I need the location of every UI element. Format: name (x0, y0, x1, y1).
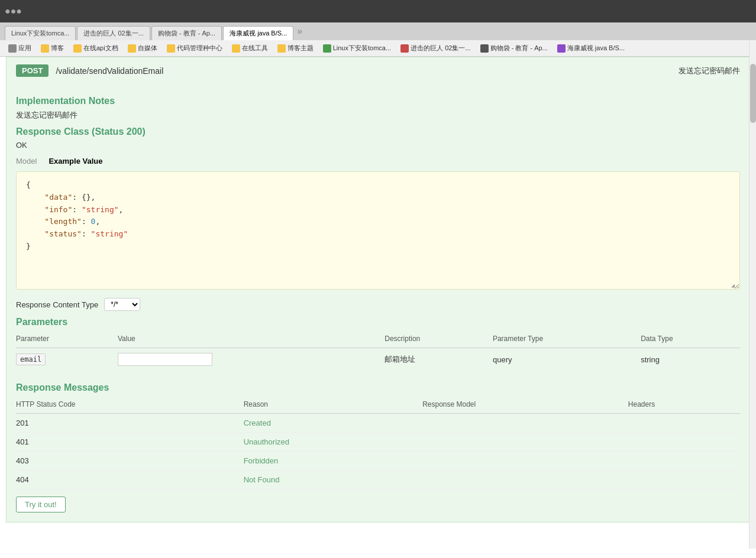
reason-401: Unauthorized (244, 433, 423, 452)
param-data-type-email: string (641, 348, 740, 371)
more-tabs-icon[interactable]: » (297, 26, 302, 37)
bm-linux[interactable]: Linux下安装tomca... (319, 43, 395, 54)
post-bar: POST /validate/sendValidationEmail 发送忘记密… (7, 57, 749, 84)
bm-attack-label: 进击的巨人 02集一... (411, 44, 470, 53)
bm-haikang[interactable]: 海康威视 java B/S... (554, 43, 628, 54)
model-404 (422, 471, 628, 489)
tab-haikang[interactable]: 海康威视 java B/S... (223, 26, 293, 40)
parameters-heading: Parameters (16, 317, 740, 327)
json-line6: } (26, 241, 730, 253)
response-content-type-row: Response Content Type */* (16, 298, 740, 311)
model-401 (422, 433, 628, 452)
parameters-table: Parameter Value Description Parameter Ty… (16, 332, 740, 371)
bm-theme-label: 博客主题 (287, 44, 314, 53)
col-parameter-type: Parameter Type (493, 332, 641, 348)
bm-media[interactable]: 自媒体 (124, 43, 161, 54)
bm-code-label: 代码管理种中心 (177, 44, 222, 53)
bm-api-docs-label: 在线api文档 (83, 44, 118, 53)
api-url: /validate/sendValidationEmail (56, 66, 163, 76)
try-it-out-button[interactable]: Try it out! (16, 497, 66, 512)
bm-apps[interactable]: 应用 (5, 43, 35, 54)
reason-404: Not Found (244, 471, 423, 489)
bm-tools-label: 在线工具 (242, 44, 268, 53)
status-201: 201 (16, 414, 244, 433)
scrollbar-thumb[interactable] (750, 64, 756, 123)
model-label: Model (16, 157, 37, 166)
model-201 (422, 414, 628, 433)
green-icon (323, 44, 331, 53)
implementation-notes-heading: Implementation Notes (16, 96, 740, 106)
browser-tabs: Linux下安装tomca... 进击的巨人 02集一... 购物袋 - 教育 … (0, 22, 756, 40)
tab-attack[interactable]: 进击的巨人 02集一... (77, 26, 150, 40)
scrollbar[interactable] (749, 40, 756, 549)
col-description: Description (385, 332, 493, 348)
tab-shopping[interactable]: 购物袋 - 教育 - Ap... (151, 26, 222, 40)
response-row-403: 403 Forbidden (16, 452, 740, 471)
bm-linux-label: Linux下安装tomca... (333, 44, 391, 53)
bm-api-docs[interactable]: 在线api文档 (70, 43, 122, 54)
resize-handle[interactable]: ◢ (731, 281, 738, 288)
response-content-type-label: Response Content Type (16, 300, 98, 309)
implementation-notes-desc: 发送忘记密码邮件 (16, 110, 740, 121)
param-name-email: email (16, 353, 46, 365)
folder-icon (41, 44, 49, 53)
col-http-status-code: HTTP Status Code (16, 398, 244, 414)
param-input-email[interactable] (118, 353, 212, 366)
json-line4: "length": 0, (26, 216, 730, 228)
json-line2: "data": {}, (26, 192, 730, 204)
bm-apps-label: 应用 (18, 44, 31, 53)
reason-201: Created (244, 414, 423, 433)
api-section: POST /validate/sendValidationEmail 发送忘记密… (6, 57, 750, 523)
param-type-email: query (493, 348, 641, 371)
bm-theme[interactable]: 博客主题 (274, 43, 317, 54)
param-row-email: email 邮箱地址 query string (16, 348, 740, 371)
json-example-block: { "data": {}, "info": "string", "length"… (16, 171, 740, 290)
col-response-model: Response Model (422, 398, 628, 414)
response-messages-table: HTTP Status Code Reason Response Model H… (16, 398, 740, 489)
response-row-201: 201 Created (16, 414, 740, 433)
headers-403 (628, 452, 740, 471)
bm-haikang-label: 海康威视 java B/S... (567, 44, 625, 53)
headers-401 (628, 433, 740, 452)
json-line1: { (26, 179, 730, 192)
folder-icon (73, 44, 82, 53)
col-reason: Reason (244, 398, 423, 414)
reason-403: Forbidden (244, 452, 423, 471)
response-class-heading: Response Class (Status 200) (16, 126, 740, 137)
browser-bar: ●●● (0, 0, 756, 22)
folder-icon (277, 44, 286, 53)
folder-icon (167, 44, 175, 53)
bm-attack-on-titan[interactable]: 进击的巨人 02集一... (397, 43, 474, 54)
col-value: Value (118, 332, 385, 348)
folder-icon (128, 44, 136, 53)
content-type-select[interactable]: */* (104, 298, 140, 311)
param-desc-email: 邮箱地址 (385, 348, 493, 371)
json-line3: "info": "string", (26, 204, 730, 216)
col-parameter: Parameter (16, 332, 118, 348)
bm-code[interactable]: 代码管理种中心 (163, 43, 226, 54)
api-title-right: 发送忘记密码邮件 (679, 66, 740, 76)
col-headers: Headers (628, 398, 740, 414)
apple-icon (480, 44, 489, 53)
status-403: 403 (16, 452, 244, 471)
apps-icon (8, 44, 17, 53)
bm-tools[interactable]: 在线工具 (228, 43, 272, 54)
method-badge: POST (16, 64, 49, 77)
headers-404 (628, 471, 740, 489)
model-403 (422, 452, 628, 471)
bm-apple[interactable]: 购物袋 - 教育 - Ap... (477, 43, 551, 54)
model-tabs: Model Example Value (16, 155, 740, 167)
bm-blog[interactable]: 博客 (37, 43, 67, 54)
red-icon (400, 44, 409, 53)
response-row-404: 404 Not Found (16, 471, 740, 489)
folder-icon (232, 44, 240, 53)
json-line5: "status": "string" (26, 228, 730, 241)
main-content: POST /validate/sendValidationEmail 发送忘记密… (0, 57, 756, 558)
example-value-tab[interactable]: Example Value (46, 155, 105, 167)
bookmark-bar: 应用 博客 在线api文档 自媒体 代码管理种中心 在线工具 博客主题 Linu… (0, 40, 756, 57)
tab-linux[interactable]: Linux下安装tomca... (5, 26, 76, 40)
section-body: Implementation Notes 发送忘记密码邮件 Response C… (7, 84, 749, 522)
bm-apple-label: 购物袋 - 教育 - Ap... (490, 44, 548, 53)
status-401: 401 (16, 433, 244, 452)
col-data-type: Data Type (641, 332, 740, 348)
